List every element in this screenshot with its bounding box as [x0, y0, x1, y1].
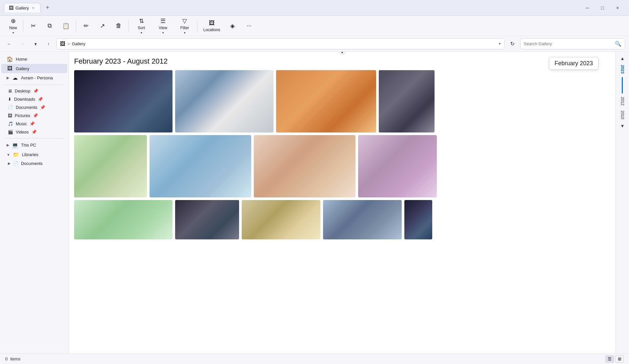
share-button[interactable]: ↗ [94, 17, 110, 34]
thispc-expander[interactable]: ▶ [7, 143, 9, 147]
filter-button[interactable]: ▽ Filter ▾ [174, 17, 195, 34]
documents-icon: 📄 [8, 105, 13, 110]
address-dropdown[interactable]: ▾ [499, 42, 501, 46]
sidebar-item-desktop[interactable]: 🖥 Desktop 📌 [1, 87, 67, 95]
sort-button[interactable]: ⇅ Sort ▾ [131, 17, 152, 34]
main-layout: 🏠 Home 🖼 Gallery ▶ ☁ Avram - Persona 🖥 D… [0, 52, 629, 354]
paste-button[interactable]: 📋 [58, 17, 74, 34]
close-button[interactable]: × [610, 3, 625, 13]
videos-pin: 📌 [31, 130, 37, 134]
delete-icon: 🗑 [116, 22, 122, 29]
list-view-button[interactable]: ☰ [605, 355, 614, 363]
sidebar-item-libraries[interactable]: ▼ 📁 Libraries [1, 150, 67, 159]
desktop-icon: 🖥 [8, 89, 12, 93]
new-button[interactable]: ⊕ New ▾ [5, 17, 21, 34]
photo-10[interactable] [175, 200, 239, 239]
timeline-scroll-down[interactable]: ▼ [619, 122, 626, 130]
sidebar-item-thispc[interactable]: ▶ 💻 This PC [1, 140, 67, 150]
sort-label: Sort [138, 26, 145, 30]
cloud-expander[interactable]: ▶ [7, 76, 9, 80]
sidebar-divider-2 [4, 138, 65, 138]
photo-13[interactable] [404, 200, 432, 239]
libraries-expander[interactable]: ▼ [7, 153, 10, 157]
gallery-label: Gallery [16, 66, 63, 71]
filter-label: Filter [180, 26, 189, 30]
gallery-icon: 🖼 [7, 66, 13, 71]
photo-9[interactable] [74, 200, 172, 239]
separator-3 [129, 20, 129, 32]
view-label: View [159, 26, 167, 30]
sidebar-item-music[interactable]: 🎵 Music 📌 [1, 120, 67, 128]
back-button[interactable]: ← [4, 39, 14, 49]
photo-2[interactable] [175, 70, 274, 132]
home-icon: 🏠 [7, 56, 13, 62]
sidebar-item-cloud[interactable]: ▶ ☁ Avram - Persona [1, 73, 67, 83]
lib-documents-label: Documents [21, 161, 43, 166]
sidebar-item-pictures[interactable]: 🖼 Pictures 📌 [1, 111, 67, 120]
music-icon: 🎵 [8, 121, 13, 126]
rename-button[interactable]: ✏ [78, 17, 94, 34]
timeline-scroll-up[interactable]: ▲ [619, 54, 626, 62]
grid-view-button[interactable]: ⊞ [615, 355, 624, 363]
photo-row-1 [74, 70, 610, 132]
gallery-tab[interactable]: 🖼 Gallery × [4, 3, 41, 12]
refresh-button[interactable]: ↻ [507, 39, 517, 49]
downloads-pin: 📌 [38, 97, 43, 102]
more-button[interactable]: ··· [241, 17, 257, 34]
timeline-year-2010[interactable]: 2010 [620, 108, 625, 122]
photo-4[interactable] [379, 70, 435, 132]
add-tab-button[interactable]: + [43, 4, 52, 12]
sidebar-item-home[interactable]: 🏠 Home [1, 54, 67, 64]
photo-6[interactable] [150, 135, 251, 197]
timeline-year-2023[interactable]: 2023 [620, 62, 625, 76]
sidebar-item-lib-documents[interactable]: ▶ 📄 Documents [1, 159, 67, 168]
sidebar-item-downloads[interactable]: ⬇ Downloads 📌 [1, 95, 67, 103]
copy-button[interactable]: ⧉ [42, 17, 57, 34]
photo-11[interactable] [242, 200, 320, 239]
sidebar-item-gallery[interactable]: 🖼 Gallery [1, 64, 67, 73]
ai-button[interactable]: ◈ [225, 17, 240, 34]
sidebar-divider-1 [4, 85, 65, 85]
view-toggles: ☰ ⊞ [605, 355, 624, 363]
photo-1[interactable] [74, 70, 172, 132]
separator-2 [76, 20, 76, 32]
thispc-icon: 💻 [12, 142, 18, 148]
tab-icon: 🖼 [9, 5, 13, 10]
lib-docs-expander[interactable]: ▶ [8, 161, 10, 166]
filter-icon: ▽ [182, 17, 187, 25]
view-button[interactable]: ☰ View ▾ [152, 17, 173, 34]
ai-icon: ◈ [230, 22, 235, 30]
photo-5[interactable] [74, 135, 147, 197]
filter-chevron: ▾ [184, 31, 186, 34]
timeline-year-2012[interactable]: 2012 [620, 94, 625, 108]
photo-7[interactable] [254, 135, 355, 197]
maximize-button[interactable]: □ [595, 3, 610, 13]
addressbar-row: ← → ▾ ↑ 🖼 > Gallery ▾ ↻ 🔍 [0, 36, 629, 52]
tab-close-button[interactable]: × [31, 5, 35, 10]
documents-pin: 📌 [40, 105, 45, 110]
documents-label: Documents [16, 105, 37, 110]
cut-button[interactable]: ✂ [25, 17, 41, 34]
forward-button[interactable]: → [17, 39, 28, 49]
history-button[interactable]: ▾ [30, 39, 41, 49]
search-bar: 🔍 [520, 38, 625, 50]
locations-button[interactable]: 🖼 Locations [199, 17, 224, 34]
cut-icon: ✂ [31, 22, 36, 30]
path-separator: > [67, 41, 70, 47]
photo-12[interactable] [323, 200, 402, 239]
downloads-label: Downloads [14, 97, 35, 102]
search-button[interactable]: 🔍 [615, 41, 621, 47]
libraries-icon: 📁 [13, 152, 19, 158]
photo-3[interactable] [276, 70, 376, 132]
up-button[interactable]: ↑ [43, 39, 54, 49]
delete-button[interactable]: 🗑 [111, 17, 127, 34]
photo-8[interactable] [358, 135, 437, 197]
items-count: 0 [5, 356, 8, 361]
locations-icon: 🖼 [209, 20, 215, 27]
sidebar-item-documents[interactable]: 📄 Documents 📌 [1, 103, 67, 111]
search-input[interactable] [524, 41, 613, 46]
address-bar[interactable]: 🖼 > Gallery ▾ [56, 38, 504, 50]
copy-icon: ⧉ [48, 22, 52, 29]
sidebar-item-videos[interactable]: 🎬 Videos 📌 [1, 128, 67, 136]
minimize-button[interactable]: ─ [580, 3, 595, 13]
